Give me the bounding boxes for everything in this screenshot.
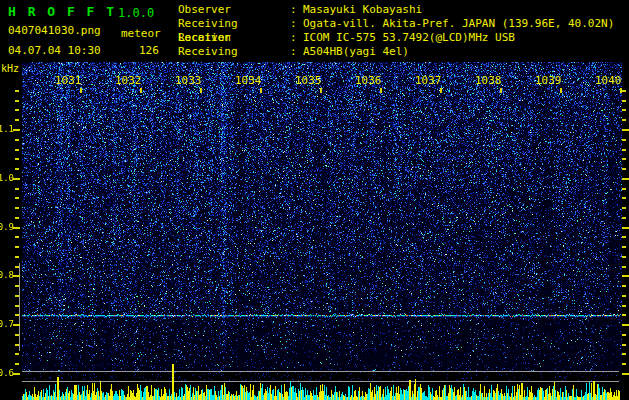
freq-tick-minor: [15, 168, 19, 170]
info-row: Observer:Masayuki Kobayashi: [178, 3, 614, 17]
time-tick: [140, 88, 142, 93]
freq-tick-minor: [15, 119, 19, 121]
info-label: Receiver: [178, 31, 290, 45]
freq-tick-minor: [15, 188, 19, 190]
freq-tick-minor: [15, 266, 19, 268]
freq-label: 0.8: [0, 270, 14, 280]
time-tick: [320, 88, 322, 93]
freq-tick-minor: [622, 90, 626, 92]
freq-tick-minor: [15, 100, 19, 102]
spectrogram-canvas: [22, 62, 622, 400]
info-value: Masayuki Kobayashi: [303, 3, 422, 17]
freq-tick-minor: [622, 149, 626, 151]
time-tick: [200, 88, 202, 93]
freq-tick-minor: [15, 217, 19, 219]
info-value: Ogata-vill. Akita-Pref. JAPAN (139.96E, …: [303, 17, 614, 31]
freq-tick-minor: [15, 256, 19, 258]
freq-tick-minor: [622, 314, 626, 316]
freq-tick-minor: [15, 139, 19, 141]
mode-label: meteor: [121, 27, 161, 40]
freq-tick-minor: [622, 344, 626, 346]
freq-tick-minor: [622, 334, 626, 336]
freq-tick-minor: [15, 334, 19, 336]
freq-tick-minor: [622, 285, 626, 287]
freq-tick-minor: [622, 207, 626, 209]
freq-tick-minor: [15, 149, 19, 151]
freq-tick-major: [13, 373, 20, 375]
freq-tick-minor: [622, 197, 626, 199]
freq-tick-minor: [622, 353, 626, 355]
time-tick: [380, 88, 382, 93]
info-label: Observer: [178, 3, 290, 17]
freq-label: 0.7: [0, 319, 14, 329]
datetime-label: 04.07.04 10:30: [8, 44, 101, 57]
freq-tick-minor: [622, 295, 626, 297]
echo-count-label: 126: [139, 44, 159, 57]
freq-tick-minor: [15, 197, 19, 199]
freq-tick-major: [13, 227, 20, 229]
freq-label: 1.0: [0, 173, 14, 183]
time-label: 1039: [535, 75, 562, 87]
freq-tick-minor: [622, 256, 626, 258]
app-title: H R O F F T: [8, 4, 116, 19]
time-tick: [560, 88, 562, 93]
info-row: Receiver:ICOM IC-575 53.7492(@LCD)MHz US…: [178, 31, 614, 45]
info-colon: :: [290, 31, 303, 45]
info-colon: :: [290, 45, 303, 59]
time-tick: [620, 88, 622, 93]
freq-tick-minor: [622, 363, 626, 365]
freq-tick-minor: [622, 109, 626, 111]
info-value: ICOM IC-575 53.7492(@LCD)MHz USB: [303, 31, 515, 45]
time-label: 1031: [55, 75, 82, 87]
info-label: Receiving Location: [178, 17, 290, 31]
freq-unit-label: kHz: [1, 63, 19, 74]
freq-tick-minor: [15, 314, 19, 316]
freq-tick-minor: [15, 109, 19, 111]
time-label: 1037: [415, 75, 442, 87]
time-label: 1038: [475, 75, 502, 87]
filename-label: 0407041030.png: [8, 24, 101, 37]
freq-tick-minor: [15, 305, 19, 307]
freq-tick-minor: [15, 344, 19, 346]
time-label: 1032: [115, 75, 142, 87]
time-label: 1035: [295, 75, 322, 87]
version-label: 1.0.0: [118, 6, 154, 20]
freq-tick-minor: [15, 246, 19, 248]
freq-tick-major: [13, 275, 20, 277]
time-tick: [260, 88, 262, 93]
time-tick: [500, 88, 502, 93]
freq-tick-minor: [15, 285, 19, 287]
time-tick: [80, 88, 82, 93]
freq-tick-major: [622, 324, 629, 326]
time-label: 1036: [355, 75, 382, 87]
freq-tick-major: [13, 129, 20, 131]
freq-tick-minor: [15, 236, 19, 238]
freq-tick-minor: [15, 207, 19, 209]
freq-tick-minor: [622, 305, 626, 307]
freq-tick-major: [622, 275, 629, 277]
info-colon: :: [290, 17, 303, 31]
freq-tick-minor: [15, 295, 19, 297]
freq-tick-minor: [622, 188, 626, 190]
freq-tick-minor: [15, 90, 19, 92]
freq-tick-minor: [622, 266, 626, 268]
freq-tick-major: [622, 129, 629, 131]
info-row: Receiving Location:Ogata-vill. Akita-Pre…: [178, 17, 614, 31]
freq-label: 0.6: [0, 368, 14, 378]
freq-tick-minor: [15, 353, 19, 355]
hrofft-window: H R O F F T 1.0.0 0407041030.png meteor …: [0, 0, 629, 400]
time-label: 1034: [235, 75, 262, 87]
freq-tick-minor: [15, 363, 19, 365]
time-tick: [440, 88, 442, 93]
freq-tick-minor: [15, 158, 19, 160]
freq-tick-minor: [622, 100, 626, 102]
freq-tick-minor: [622, 236, 626, 238]
freq-tick-minor: [622, 158, 626, 160]
info-value: A504HB(yagi 4el): [303, 45, 409, 59]
freq-tick-major: [13, 178, 20, 180]
freq-label: 0.9: [0, 222, 14, 232]
info-label: Receiving antenna: [178, 45, 290, 59]
freq-label: 1.1: [0, 124, 14, 134]
info-row: Receiving antenna:A504HB(yagi 4el): [178, 45, 614, 59]
station-info: Observer:Masayuki Kobayashi Receiving Lo…: [178, 3, 614, 59]
